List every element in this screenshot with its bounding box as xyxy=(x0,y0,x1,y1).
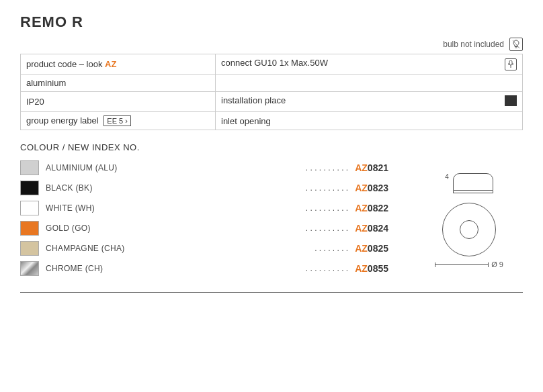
energy-label-text: group energy label xyxy=(26,115,101,126)
colour-dots: . . . . . . . . . . xyxy=(306,183,348,193)
spec-right-2 xyxy=(216,75,523,92)
energy-badge: EE 5 › xyxy=(103,115,131,126)
bottom-divider xyxy=(20,292,523,293)
installation-place-text: installation place xyxy=(221,95,286,105)
colour-dots: . . . . . . . . . . xyxy=(306,264,348,273)
side-view-shape xyxy=(453,173,493,191)
colour-code: AZ0823 xyxy=(355,183,388,193)
bulb-not-included-icon xyxy=(509,38,523,51)
diagram-side-view: 4 xyxy=(445,173,493,193)
spec-right-4: inlet opening xyxy=(216,112,523,130)
colour-grid: ALUMINIUM (ALU) . . . . . . . . . . AZ08… xyxy=(20,160,523,281)
colour-code-number: 0822 xyxy=(368,203,388,213)
spec-left-3: IP20 xyxy=(21,92,216,112)
spec-table: product code – look AZ connect GU10 1x M… xyxy=(20,54,523,130)
ip-rating: IP20 xyxy=(26,97,44,107)
colour-name: WHITE (WH) xyxy=(46,203,299,213)
product-code-label: product code – look xyxy=(26,59,105,69)
colour-list: ALUMINIUM (ALU) . . . . . . . . . . AZ08… xyxy=(20,160,388,281)
spec-right-3: installation place xyxy=(216,92,523,112)
side-base xyxy=(453,191,493,193)
product-code-az: AZ xyxy=(105,59,116,69)
bulb-note-row: bulb not included xyxy=(20,38,523,51)
colour-row: GOLD (GO) . . . . . . . . . . AZ0824 xyxy=(20,221,388,236)
colour-dots: . . . . . . . . . . xyxy=(306,163,348,173)
colour-code-prefix: AZ xyxy=(355,263,368,274)
colour-swatch-aluminium xyxy=(20,160,39,175)
colour-code-number: 0824 xyxy=(368,223,388,234)
colour-swatch-white xyxy=(20,201,39,215)
bulb-note-text: bulb not included xyxy=(443,40,504,49)
top-view-outer-circle xyxy=(442,203,496,256)
connect-spec-text: connect GU10 1x Max.50W xyxy=(221,58,328,68)
diagram-area: 4 Ø 9 xyxy=(415,160,523,281)
diameter-label: Ø 9 xyxy=(491,260,503,268)
colour-code-prefix: AZ xyxy=(355,162,368,173)
colour-row: WHITE (WH) . . . . . . . . . . AZ0822 xyxy=(20,201,388,215)
spec-row-4: group energy label EE 5 › inlet opening xyxy=(21,112,523,130)
colour-code-prefix: AZ xyxy=(355,243,368,254)
colour-code-number: 0855 xyxy=(368,263,388,274)
colour-code: AZ0824 xyxy=(355,223,388,234)
diameter-dim: Ø 9 xyxy=(435,260,503,268)
colour-swatch-chrome xyxy=(20,261,39,276)
spec-left-1: product code – look AZ xyxy=(21,54,216,75)
colour-name: CHAMPAGNE (CHA) xyxy=(46,244,308,253)
colour-code-number: 0825 xyxy=(368,243,388,254)
spec-left-4: group energy label EE 5 › xyxy=(21,112,216,130)
colour-code: AZ0822 xyxy=(355,203,388,213)
top-view-inner-circle xyxy=(460,220,478,239)
colour-swatch-gold xyxy=(20,221,39,236)
colour-name: CHROME (CH) xyxy=(46,264,299,273)
spec-row-3: IP20 installation place xyxy=(21,92,523,112)
colour-code-prefix: AZ xyxy=(355,183,368,193)
colour-dots: . . . . . . . . . . xyxy=(306,203,348,213)
colour-code-prefix: AZ xyxy=(355,203,368,213)
page-title: REMO R xyxy=(20,13,523,31)
colour-dots: . . . . . . . . xyxy=(315,244,348,253)
connector-icon xyxy=(505,58,517,70)
svg-rect-3 xyxy=(509,60,512,65)
colour-section-title: COLOUR / NEW INDEX NO. xyxy=(20,142,523,152)
colour-row: CHAMPAGNE (CHA) . . . . . . . . AZ0825 xyxy=(20,241,388,256)
spec-left-2: aluminium xyxy=(21,75,216,92)
colour-name: ALUMINIUM (ALU) xyxy=(46,163,299,173)
height-dim-label: 4 xyxy=(445,173,449,181)
installation-icon xyxy=(505,95,517,106)
colour-code-number: 0823 xyxy=(368,183,388,193)
colour-dots: . . . . . . . . . . xyxy=(306,224,348,233)
colour-code-number: 0821 xyxy=(368,162,388,173)
colour-row: CHROME (CH) . . . . . . . . . . AZ0855 xyxy=(20,261,388,276)
diameter-line xyxy=(435,264,489,265)
top-view-container xyxy=(442,203,496,256)
page-container: REMO R bulb not included product code – … xyxy=(0,0,543,306)
spec-row-2: aluminium xyxy=(21,75,523,92)
colour-name: BLACK (BK) xyxy=(46,183,299,193)
colour-row: ALUMINIUM (ALU) . . . . . . . . . . AZ08… xyxy=(20,160,388,175)
colour-swatch-black xyxy=(20,181,39,195)
colour-code: AZ0821 xyxy=(355,162,388,173)
spec-right-1: connect GU10 1x Max.50W xyxy=(216,54,523,75)
spec-row-1: product code – look AZ connect GU10 1x M… xyxy=(21,54,523,75)
colour-swatch-champagne xyxy=(20,241,39,256)
colour-row: BLACK (BK) . . . . . . . . . . AZ0823 xyxy=(20,181,388,195)
material-label: aluminium xyxy=(26,78,66,88)
colour-code: AZ0825 xyxy=(355,243,388,254)
colour-code: AZ0855 xyxy=(355,263,388,274)
colour-name: GOLD (GO) xyxy=(46,224,299,233)
inlet-opening-text: inlet opening xyxy=(221,116,271,126)
colour-code-prefix: AZ xyxy=(355,223,368,234)
